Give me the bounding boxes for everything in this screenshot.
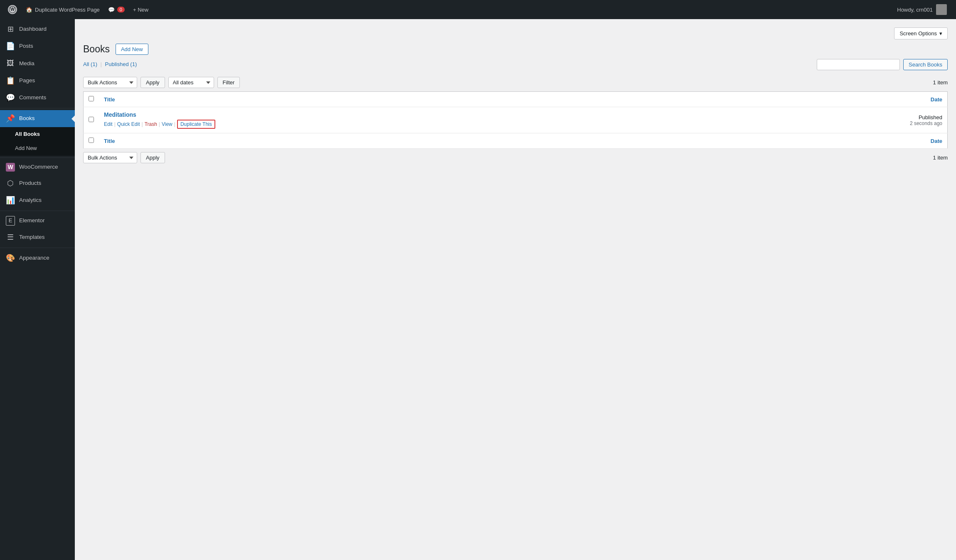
view-link[interactable]: View bbox=[162, 121, 172, 127]
duplicate-this-link[interactable]: Duplicate This bbox=[177, 120, 215, 129]
adminbar-site-link[interactable]: 🏠 Duplicate WordPress Page bbox=[22, 0, 104, 19]
bulk-actions-select-bottom[interactable]: Bulk Actions Move to Trash bbox=[83, 152, 137, 163]
edit-link[interactable]: Edit bbox=[104, 121, 113, 127]
trash-link[interactable]: Trash bbox=[145, 121, 157, 127]
posts-icon: 📄 bbox=[6, 41, 15, 52]
avatar bbox=[936, 4, 947, 15]
comment-icon: 💬 bbox=[108, 7, 115, 13]
media-icon: 🖼 bbox=[6, 58, 15, 69]
sidebar-subitem-add-new[interactable]: Add New bbox=[0, 141, 75, 155]
apply-button-bottom[interactable]: Apply bbox=[140, 152, 165, 163]
table-header-row: Title Date bbox=[84, 92, 948, 107]
date-time: 2 seconds ago bbox=[732, 120, 942, 126]
dashboard-icon: ⊞ bbox=[6, 24, 15, 34]
row-checkbox[interactable] bbox=[89, 117, 94, 122]
items-count-top: 1 item bbox=[933, 79, 948, 86]
sidebar-item-elementor[interactable]: E Elementor bbox=[0, 213, 75, 228]
row-checkbox-cell[interactable] bbox=[84, 107, 99, 133]
search-input[interactable] bbox=[817, 59, 900, 70]
screen-options-button[interactable]: Screen Options ▾ bbox=[894, 27, 948, 39]
items-count-bottom: 1 item bbox=[933, 155, 948, 161]
date-status: Published bbox=[732, 114, 942, 120]
sidebar-item-media[interactable]: 🖼 Media bbox=[0, 55, 75, 72]
sidebar-item-analytics[interactable]: 📊 Analytics bbox=[0, 192, 75, 209]
sidebar-subitem-all-books[interactable]: All Books bbox=[0, 127, 75, 141]
sidebar-item-products[interactable]: ⬡ Products bbox=[0, 175, 75, 192]
sidebar-item-templates[interactable]: ☰ Templates bbox=[0, 229, 75, 246]
adminbar-user: Howdy, crn001 bbox=[893, 4, 951, 15]
col-date-header[interactable]: Date bbox=[727, 92, 947, 107]
filter-links: All (1) | Published (1) bbox=[83, 61, 137, 67]
books-table: Title Date Meditations Edit bbox=[83, 91, 948, 149]
search-box: Search Books bbox=[817, 59, 948, 70]
bulk-actions-select-top[interactable]: Bulk Actions Move to Trash bbox=[83, 77, 137, 88]
col-title-footer-link[interactable]: Title bbox=[104, 138, 115, 144]
svg-text:W: W bbox=[10, 7, 15, 12]
table-footer-title-row: Title Date bbox=[84, 133, 948, 149]
select-all-checkbox-footer[interactable] bbox=[84, 133, 99, 149]
page-title: Books bbox=[83, 44, 110, 55]
add-new-button[interactable]: Add New bbox=[116, 44, 148, 55]
screen-options-bar: Screen Options ▾ bbox=[83, 27, 948, 39]
woocommerce-icon: W bbox=[6, 163, 15, 172]
col-date-footer-link[interactable]: Date bbox=[931, 138, 942, 144]
select-all-checkbox[interactable] bbox=[89, 96, 94, 101]
sidebar-item-books[interactable]: 📌 Books bbox=[0, 110, 75, 127]
pages-icon: 📋 bbox=[6, 76, 15, 86]
filter-published-link[interactable]: Published (1) bbox=[105, 61, 137, 67]
sidebar: ⊞ Dashboard 📄 Posts 🖼 Media 📋 Pages 💬 Co… bbox=[0, 19, 75, 560]
adminbar-new-link[interactable]: + New bbox=[129, 0, 153, 19]
row-date-cell: Published 2 seconds ago bbox=[727, 107, 947, 133]
products-icon: ⬡ bbox=[6, 178, 15, 189]
adminbar-comments-link[interactable]: 💬 0 bbox=[104, 0, 129, 19]
apply-button-top[interactable]: Apply bbox=[140, 77, 165, 88]
sidebar-item-appearance[interactable]: 🎨 Appearance bbox=[0, 250, 75, 267]
bottom-toolbar: Bulk Actions Move to Trash Apply 1 item bbox=[83, 152, 948, 163]
wp-logo-icon[interactable]: W bbox=[5, 2, 20, 17]
dates-filter-select[interactable]: All dates bbox=[168, 77, 214, 88]
sidebar-item-pages[interactable]: 📋 Pages bbox=[0, 72, 75, 89]
search-books-button[interactable]: Search Books bbox=[903, 59, 948, 70]
comments-icon: 💬 bbox=[6, 93, 15, 103]
sidebar-books-submenu: All Books Add New bbox=[0, 127, 75, 155]
top-toolbar: Bulk Actions Move to Trash Apply All dat… bbox=[83, 77, 948, 88]
admin-bar: W 🏠 Duplicate WordPress Page 💬 0 + New H… bbox=[0, 0, 956, 19]
filter-all-link[interactable]: All (1) bbox=[83, 61, 99, 67]
templates-icon: ☰ bbox=[6, 232, 15, 243]
main-content: Screen Options ▾ Books Add New All (1) |… bbox=[75, 19, 956, 560]
analytics-icon: 📊 bbox=[6, 195, 15, 206]
table-row: Meditations Edit | Quick Edit | Trash | … bbox=[84, 107, 948, 133]
sidebar-item-posts[interactable]: 📄 Posts bbox=[0, 38, 75, 55]
col-date-footer[interactable]: Date bbox=[727, 133, 947, 149]
sidebar-item-woocommerce[interactable]: W WooCommerce bbox=[0, 160, 75, 175]
sidebar-item-dashboard[interactable]: ⊞ Dashboard bbox=[0, 21, 75, 38]
appearance-icon: 🎨 bbox=[6, 253, 15, 263]
elementor-icon: E bbox=[6, 216, 15, 225]
col-title-sort-link[interactable]: Title bbox=[104, 96, 115, 103]
quick-edit-link[interactable]: Quick Edit bbox=[117, 121, 140, 127]
row-title-cell: Meditations Edit | Quick Edit | Trash | … bbox=[99, 107, 727, 133]
select-all-checkbox-header[interactable] bbox=[84, 92, 99, 107]
col-title-footer[interactable]: Title bbox=[99, 133, 727, 149]
col-title-header[interactable]: Title bbox=[99, 92, 727, 107]
page-header: Books Add New bbox=[83, 44, 948, 55]
row-actions: Edit | Quick Edit | Trash | View | Dupli… bbox=[104, 120, 722, 129]
post-title-link[interactable]: Meditations bbox=[104, 111, 136, 118]
books-icon: 📌 bbox=[6, 113, 15, 124]
col-date-sort-link[interactable]: Date bbox=[931, 96, 942, 103]
select-all-checkbox-bottom[interactable] bbox=[89, 138, 94, 143]
home-icon: 🏠 bbox=[26, 7, 32, 13]
filter-button[interactable]: Filter bbox=[217, 77, 240, 88]
sidebar-item-comments[interactable]: 💬 Comments bbox=[0, 89, 75, 106]
